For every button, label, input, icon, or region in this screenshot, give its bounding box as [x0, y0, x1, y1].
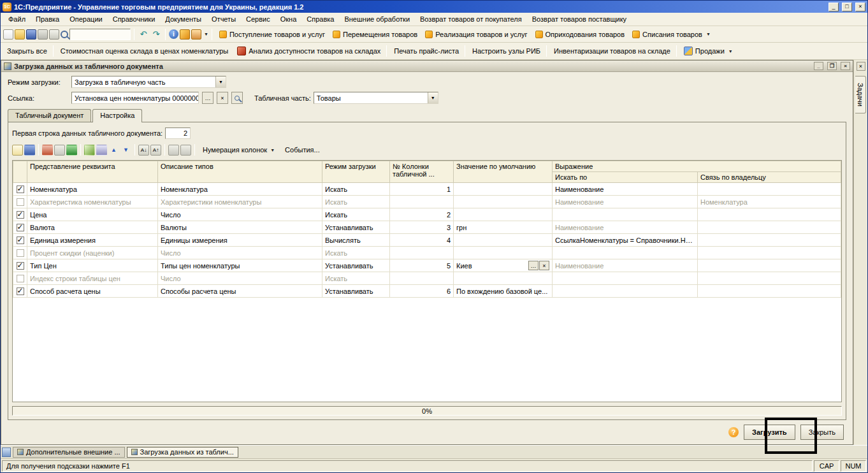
toolbar-action-button[interactable]: Стоимостная оценка склада в ценах номенк… [57, 45, 233, 57]
move-down-icon[interactable]: ▼ [120, 145, 131, 156]
cell-type-description[interactable]: Единицы измерения [158, 234, 322, 247]
cell-default-value[interactable] [454, 196, 553, 208]
cell-type-description[interactable]: Число [158, 208, 322, 221]
cell-attribute-name[interactable]: Номенклатура [27, 183, 158, 196]
sort-descending-icon[interactable]: А↑ [150, 145, 161, 156]
cell-column-number[interactable]: 5 [390, 259, 454, 272]
column-header[interactable]: Значение по умолчанию [454, 161, 553, 183]
toolbar-document-button[interactable]: Оприходования товаров [532, 29, 629, 40]
menu-item[interactable]: Возврат товаров от покупателя [415, 13, 527, 25]
column-subheader-owner-link[interactable]: Связь по владельцу [698, 172, 841, 183]
cell-type-description[interactable]: Характеристики номенклатуры [158, 196, 322, 208]
cell-attribute-name[interactable]: Процент скидки (наценки) [27, 247, 158, 259]
cell-column-number[interactable] [390, 196, 454, 208]
cell-owner-link[interactable] [698, 247, 841, 259]
cell-load-mode[interactable]: Устанавливать [322, 285, 390, 298]
cell-column-number[interactable]: 2 [390, 208, 454, 221]
table-row[interactable]: Валюта Валюты Устанавливать 3 грн [13, 221, 841, 234]
cell-owner-link[interactable] [698, 272, 841, 285]
cell-default-value[interactable] [454, 272, 553, 285]
cell-owner-link[interactable] [698, 221, 841, 234]
chevron-down-icon[interactable]: ▼ [728, 49, 733, 54]
column-header-expression[interactable]: Выражение [553, 161, 841, 172]
chevron-down-icon[interactable]: ▼ [215, 76, 226, 87]
row-checkbox[interactable] [17, 275, 24, 282]
dialog-close-button[interactable]: × [841, 62, 850, 70]
row-checkbox[interactable] [17, 262, 24, 270]
users-icon[interactable] [191, 29, 201, 40]
tab-tasks[interactable]: Задачи [855, 76, 866, 113]
cell-type-description[interactable]: Валюты [158, 221, 322, 234]
redo-icon[interactable]: ↷ [150, 29, 162, 39]
toolbar-action-button[interactable]: Продажи ▼ [680, 45, 737, 57]
table-row[interactable]: Цена Число Искать 2 [13, 208, 841, 221]
check-all-icon[interactable] [168, 145, 179, 156]
format-icon[interactable] [96, 145, 107, 156]
menu-item[interactable]: Возврат товаров поставщику [527, 13, 632, 25]
first-row-input[interactable] [165, 127, 191, 139]
chevron-down-icon[interactable]: ▼ [428, 92, 438, 103]
cell-search-by[interactable]: СсылкаНоменклатуры = Справочники.Номенкл… [553, 234, 698, 247]
info-icon[interactable]: i [169, 29, 178, 39]
row-checkbox[interactable] [17, 249, 24, 257]
tab-settings[interactable]: Настройка [92, 109, 142, 122]
toolbar-action-button[interactable]: Инвентаризации товаров на складе [550, 45, 674, 57]
row-checkbox[interactable] [17, 198, 24, 206]
link-choose-button[interactable]: … [202, 92, 213, 104]
cell-load-mode[interactable]: Устанавливать [322, 221, 390, 234]
cell-type-description[interactable]: Число [158, 247, 322, 259]
quick-search-input[interactable] [69, 29, 131, 40]
column-numbering-button[interactable]: Нумерация колонок ▼ [198, 145, 279, 155]
menu-item[interactable]: Файл [3, 13, 31, 25]
preview-icon[interactable] [49, 29, 59, 40]
column-subheader-search-by[interactable]: Искать по [553, 172, 698, 183]
cell-type-description[interactable]: Номенклатура [158, 183, 322, 196]
cell-default-value[interactable] [454, 183, 553, 196]
menu-item[interactable]: Справка [301, 13, 339, 25]
menu-item[interactable]: Правка [31, 13, 64, 25]
menu-item[interactable]: Справочники [108, 13, 161, 25]
cell-load-mode[interactable]: Вычислять [322, 234, 390, 247]
cell-load-mode[interactable]: Искать [322, 247, 390, 259]
toolbar-action-button[interactable]: Закрыть все [3, 45, 51, 57]
column-header[interactable]: Представление реквизита [27, 161, 158, 183]
move-up-icon[interactable]: ▲ [108, 145, 119, 156]
services-icon[interactable] [180, 29, 190, 40]
cell-attribute-name[interactable]: Единица измерения [27, 234, 158, 247]
row-checkbox[interactable] [17, 211, 24, 219]
cell-column-number[interactable]: 6 [390, 285, 454, 298]
dialog-minimize-button[interactable]: _ [814, 62, 823, 70]
cell-search-by[interactable] [553, 247, 698, 259]
menu-item[interactable]: Сервис [241, 13, 275, 25]
taskbar-window-button[interactable]: Загрузка данных из таблич... [127, 447, 238, 458]
choose-value-button[interactable]: … [528, 261, 539, 270]
link-field[interactable]: Установка цен номенклатуры 0000000 [71, 92, 199, 104]
cell-type-description[interactable]: Типы цен номенклатуры [158, 259, 322, 272]
taskbar-window-button[interactable]: Дополнительные внешние ... [13, 447, 125, 458]
cell-load-mode[interactable]: Устанавливать [322, 259, 390, 272]
cell-load-mode[interactable]: Искать [322, 183, 390, 196]
copy-row-icon[interactable] [54, 145, 65, 156]
search-icon[interactable] [61, 31, 68, 38]
cell-owner-link[interactable]: Номенклатура [698, 196, 841, 208]
events-button[interactable]: События... [280, 145, 324, 155]
cell-column-number[interactable]: 4 [390, 234, 454, 247]
cell-attribute-name[interactable]: Тип Цен [27, 259, 158, 272]
open-icon[interactable] [15, 29, 25, 40]
cell-load-mode[interactable]: Искать [322, 272, 390, 285]
toolbar-action-button[interactable]: Настроить узлы РИБ [468, 45, 544, 57]
row-checkbox[interactable] [17, 224, 24, 231]
cell-default-value[interactable] [454, 208, 553, 221]
cell-type-description[interactable]: Способы расчета цены [158, 285, 322, 298]
toolbar-action-button[interactable]: Анализ доступности товаров на складах [233, 45, 384, 57]
undo-icon[interactable]: ↶ [138, 29, 149, 39]
column-header[interactable]: Режим загрузки [322, 161, 390, 183]
sort-ascending-icon[interactable]: А↓ [138, 145, 149, 156]
dialog-restore-button[interactable]: ❐ [827, 62, 837, 70]
menu-item[interactable]: Документы [160, 13, 206, 25]
toolbar-document-button[interactable]: Реализация товаров и услуг [421, 29, 531, 40]
close-button[interactable]: × [855, 3, 865, 11]
table-row[interactable]: Способ расчета цены Способы расчета цены… [13, 285, 841, 298]
minimize-button[interactable]: _ [828, 3, 839, 11]
menu-item[interactable]: Внешние обработки [339, 13, 415, 25]
